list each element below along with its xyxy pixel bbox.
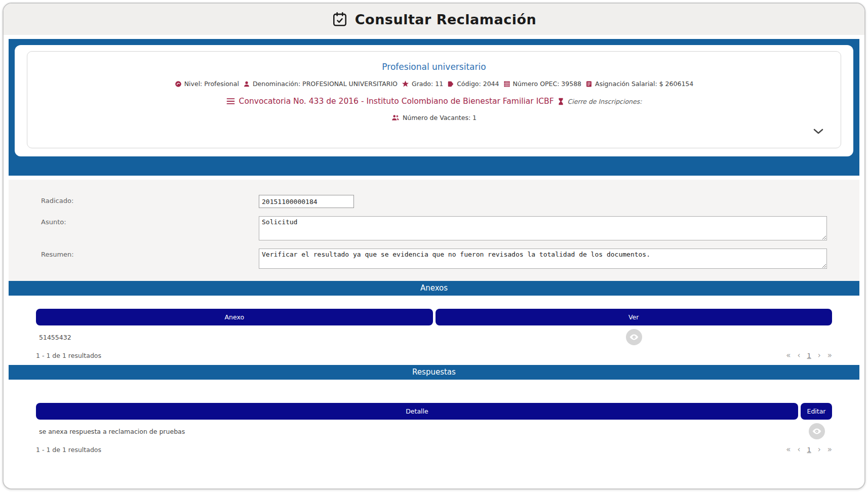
respuestas-col-detalle: Detalle [36,403,798,420]
title-bar: Consultar Reclamación [4,4,864,35]
anexos-pagination: « ‹ 1 › » [786,351,832,360]
eye-icon [629,332,639,342]
resumen-label: Resumen: [41,249,259,258]
anexos-table-head: Anexo Ver [36,309,832,325]
anexos-table-section: Anexo Ver 51455432 1 - 1 de 1 resultados… [4,296,864,365]
person-icon [243,80,250,88]
last-page-button[interactable]: » [827,351,832,360]
grid-icon [503,80,510,88]
anexos-section-header: Anexos [9,281,859,296]
respuestas-pagination: « ‹ 1 › » [786,445,832,454]
job-info-panel: Profesional universitario Nivel: Profesi… [27,51,841,148]
asunto-row: Asunto: Solicitud [41,216,827,240]
respuestas-section-header: Respuestas [9,365,859,380]
eye-icon [812,426,822,436]
field-salario: Asignación Salarial: $ 2606154 [585,80,693,88]
field-denominacion: Denominación: PROFESIONAL UNIVERSITARIO [243,80,398,88]
radicado-row: Radicado: [41,195,827,208]
page-number[interactable]: 1 [807,446,811,454]
hourglass-icon [558,98,564,105]
radicado-label: Radicado: [41,195,259,204]
anexos-results-text: 1 - 1 de 1 resultados [36,352,101,359]
field-opec: Número OPEC: 39588 [503,80,582,88]
chevron-down-icon[interactable] [813,129,823,134]
convocatoria-text: Convocatoria No. 433 de 2016 - Instituto… [239,97,554,106]
first-page-button[interactable]: « [786,351,791,360]
calendar-check-icon [332,11,348,27]
asunto-textarea[interactable]: Solicitud [259,216,827,240]
anexos-pager: 1 - 1 de 1 resultados « ‹ 1 › » [36,351,832,365]
last-page-button[interactable]: » [827,445,832,454]
respuestas-pager: 1 - 1 de 1 resultados « ‹ 1 › » [36,445,832,459]
job-panel-container: Profesional universitario Nivel: Profesi… [9,39,859,176]
field-codigo: Código: 2044 [447,80,499,88]
next-page-button[interactable]: › [818,351,821,360]
page-title: Consultar Reclamación [355,12,536,27]
salary-icon [585,80,593,88]
tag-icon [447,80,454,88]
anexo-cell: 51455432 [36,334,436,341]
menu-icon [226,98,235,105]
vacantes-text: Número de Vacantes: 1 [403,114,477,121]
anexos-table-row: 51455432 [36,325,832,349]
page-frame: Consultar Reclamación Profesional univer… [3,3,865,489]
respuestas-table-head: Detalle Editar [36,403,832,420]
job-fields-line: Nivel: Profesional Denominación: PROFESI… [35,80,833,88]
resumen-textarea[interactable]: Verificar el resultado ya que se evidenc… [259,249,827,269]
job-card: Profesional universitario Nivel: Profesi… [15,45,853,156]
respuestas-results-text: 1 - 1 de 1 resultados [36,446,101,454]
respuestas-col-editar: Editar [801,403,832,420]
view-anexo-button[interactable] [626,329,642,345]
field-nivel: Nivel: Profesional [175,80,239,88]
page-number[interactable]: 1 [807,352,811,359]
cierre-inscripciones-label: Cierre de Inscripciones: [568,98,642,105]
anexos-col-anexo: Anexo [36,309,433,325]
claim-form: Radicado: Asunto: Solicitud Resumen: Ver… [9,180,859,281]
expander-row [35,125,833,137]
job-title: Profesional universitario [35,62,833,72]
detalle-cell: se anexa respuesta a reclamacion de prue… [36,428,185,435]
level-icon [175,80,182,88]
resumen-row: Resumen: Verificar el resultado ya que s… [41,249,827,269]
asunto-label: Asunto: [41,216,259,226]
prev-page-button[interactable]: ‹ [798,351,801,360]
vacantes-line: Número de Vacantes: 1 [35,114,833,121]
respuestas-table-row: se anexa respuesta a reclamacion de prue… [36,420,832,443]
star-icon [402,80,409,88]
next-page-button[interactable]: › [818,445,821,454]
prev-page-button[interactable]: ‹ [798,445,801,454]
people-icon [391,114,400,121]
field-grado: Grado: 11 [402,80,443,88]
convocatoria-line: Convocatoria No. 433 de 2016 - Instituto… [35,97,833,106]
first-page-button[interactable]: « [786,445,791,454]
view-respuesta-button[interactable] [809,423,825,439]
anexos-col-ver: Ver [436,309,833,325]
respuestas-table-section: Detalle Editar se anexa respuesta a recl… [4,380,864,459]
radicado-input[interactable] [259,195,354,208]
